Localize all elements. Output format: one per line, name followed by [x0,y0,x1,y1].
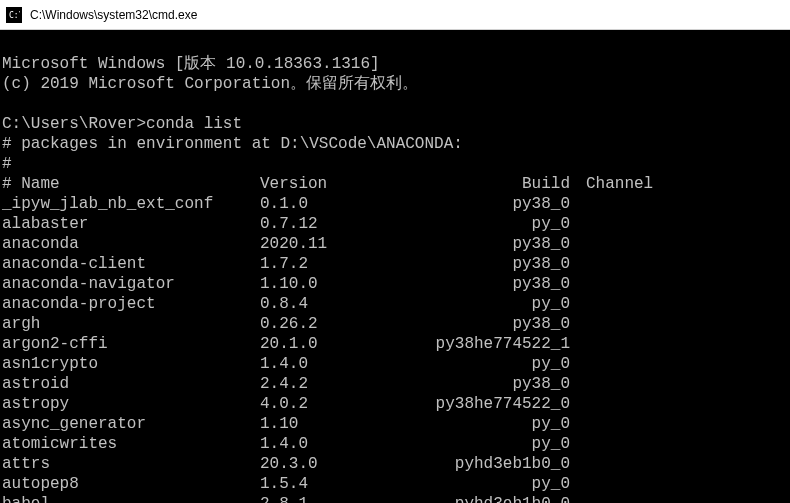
pkg-version: 0.26.2 [260,314,390,334]
command-text: conda list [146,115,242,133]
pkg-version: 2.8.1 [260,494,390,503]
pkg-name: argh [2,314,260,334]
pkg-name: anaconda-project [2,294,260,314]
table-row: anaconda2020.11py38_0 [2,234,788,254]
table-row: astropy4.0.2py38he774522_0 [2,394,788,414]
table-row: autopep81.5.4py_0 [2,474,788,494]
pkg-version: 1.7.2 [260,254,390,274]
pkg-name: alabaster [2,214,260,234]
pkg-name: autopep8 [2,474,260,494]
pkg-build: py38_0 [390,374,570,394]
pkg-name: argon2-cffi [2,334,260,354]
pkg-build: py_0 [390,354,570,374]
pkg-name: anaconda [2,234,260,254]
pkg-version: 4.0.2 [260,394,390,414]
col-channel: Channel [570,174,653,194]
table-row: anaconda-project0.8.4py_0 [2,294,788,314]
terminal-output[interactable]: Microsoft Windows [版本 10.0.18363.1316] (… [0,30,790,503]
pkg-version: 0.7.12 [260,214,390,234]
pkg-build: pyhd3eb1b0_0 [390,454,570,474]
table-row: argon2-cffi20.1.0py38he774522_1 [2,334,788,354]
window-title: C:\Windows\system32\cmd.exe [30,8,197,22]
pkg-version: 2.4.2 [260,374,390,394]
pkg-version: 2020.11 [260,234,390,254]
pkg-name: async_generator [2,414,260,434]
pkg-version: 1.5.4 [260,474,390,494]
output-line: # [2,155,12,173]
pkg-version: 1.10.0 [260,274,390,294]
pkg-build: pyhd3eb1b0_0 [390,494,570,503]
pkg-build: py_0 [390,474,570,494]
cmd-icon: C:\ [6,7,22,23]
table-row: anaconda-navigator1.10.0py38_0 [2,274,788,294]
table-row: atomicwrites1.4.0py_0 [2,434,788,454]
table-header: # NameVersionBuildChannel [2,175,653,193]
pkg-build: py_0 [390,434,570,454]
pkg-version: 0.1.0 [260,194,390,214]
pkg-version: 20.3.0 [260,454,390,474]
prompt-line: C:\Users\Rover>conda list [2,115,242,133]
pkg-build: py38he774522_0 [390,394,570,414]
table-row: attrs20.3.0pyhd3eb1b0_0 [2,454,788,474]
pkg-name: asn1crypto [2,354,260,374]
pkg-build: py38_0 [390,314,570,334]
pkg-name: anaconda-navigator [2,274,260,294]
pkg-build: py38_0 [390,254,570,274]
pkg-name: attrs [2,454,260,474]
output-line: # packages in environment at D:\VSCode\A… [2,135,463,153]
table-row: async_generator1.10py_0 [2,414,788,434]
pkg-name: anaconda-client [2,254,260,274]
pkg-version: 0.8.4 [260,294,390,314]
pkg-version: 1.10 [260,414,390,434]
pkg-name: astropy [2,394,260,414]
col-version: Version [260,174,390,194]
pkg-name: babel [2,494,260,503]
pkg-name: astroid [2,374,260,394]
pkg-name: atomicwrites [2,434,260,454]
table-row: argh0.26.2py38_0 [2,314,788,334]
col-name: # Name [2,174,260,194]
col-build: Build [390,174,570,194]
pkg-version: 1.4.0 [260,434,390,454]
pkg-build: py38_0 [390,234,570,254]
table-row: anaconda-client1.7.2py38_0 [2,254,788,274]
table-row: babel2.8.1pyhd3eb1b0_0 [2,494,788,503]
output-line: Microsoft Windows [版本 10.0.18363.1316] [2,55,380,73]
pkg-build: py_0 [390,294,570,314]
prompt: C:\Users\Rover> [2,115,146,133]
pkg-build: py_0 [390,214,570,234]
pkg-build: py38_0 [390,274,570,294]
table-row: astroid2.4.2py38_0 [2,374,788,394]
pkg-name: _ipyw_jlab_nb_ext_conf [2,194,260,214]
table-row: asn1crypto1.4.0py_0 [2,354,788,374]
titlebar[interactable]: C:\ C:\Windows\system32\cmd.exe [0,0,790,30]
svg-text:C:\: C:\ [9,11,20,20]
pkg-build: py_0 [390,414,570,434]
pkg-version: 20.1.0 [260,334,390,354]
pkg-build: py38he774522_1 [390,334,570,354]
output-line: (c) 2019 Microsoft Corporation。保留所有权利。 [2,75,418,93]
table-row: alabaster0.7.12py_0 [2,214,788,234]
pkg-version: 1.4.0 [260,354,390,374]
pkg-build: py38_0 [390,194,570,214]
table-row: _ipyw_jlab_nb_ext_conf0.1.0py38_0 [2,194,788,214]
